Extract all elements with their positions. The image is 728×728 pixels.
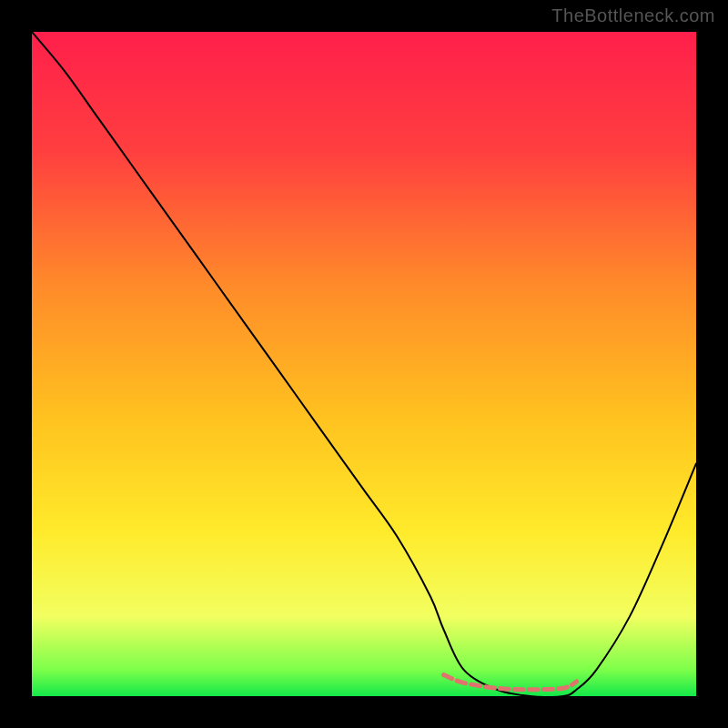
- chart-frame: TheBottleneck.com: [0, 0, 728, 728]
- watermark-text: TheBottleneck.com: [551, 5, 715, 26]
- chart-svg: [32, 32, 696, 696]
- gradient-background: [32, 32, 696, 696]
- plot-area: [32, 32, 696, 696]
